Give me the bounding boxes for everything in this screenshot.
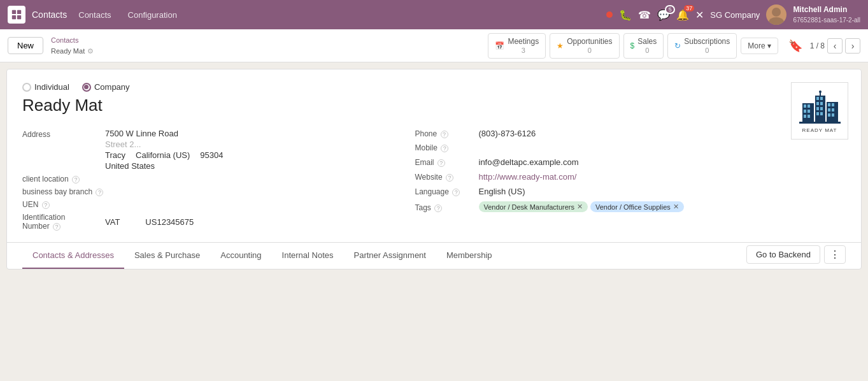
svg-rect-0 [12,10,16,14]
svg-rect-11 [804,115,806,118]
user-name: Mitchell Admin [793,4,860,15]
tag-vendor-desk[interactable]: Vendor / Desk Manufacturers ✕ [479,201,588,212]
subscriptions-label: Subscriptions [684,37,730,46]
svg-point-4 [772,8,781,17]
phone-icon[interactable]: ☎ [638,9,651,21]
svg-rect-1 [17,10,21,14]
dollar-icon: $ [630,41,635,50]
kebab-menu-button[interactable]: ⋮ [824,245,846,264]
more-btn[interactable]: More ▾ [741,38,778,54]
language-value: English (US) [479,187,525,196]
tab-accounting[interactable]: Accounting [210,243,271,269]
chat-badge: 5 [665,5,675,14]
address-city: Tracy [105,150,125,160]
business-bay-label: business bay branch ? [22,187,105,196]
chat-icon[interactable]: 💬 5 [657,9,670,21]
action-buttons: 📅 Meetings 3 ★ Opportunities 0 $ Sales 0… [488,33,778,59]
notification-icon[interactable]: 🔔 37 [676,9,689,21]
opportunities-btn[interactable]: ★ Opportunities 0 [550,33,619,59]
sales-count: 0 [645,47,649,54]
tab-membership[interactable]: Membership [436,243,502,269]
settings-gear-icon[interactable]: ⚙ [87,46,94,57]
tags-label: Tags ? [415,201,479,212]
email-help[interactable]: ? [438,159,445,167]
client-location-label: client location ? [22,175,105,183]
tab-contacts-addresses[interactable]: Contacts & Addresses [22,243,124,269]
svg-rect-25 [828,108,830,111]
sales-label: Sales [637,37,657,46]
svg-rect-16 [816,102,819,105]
right-column: Phone ? (803)-873-6126 Mobile ? Email ? … [402,129,783,234]
pager-prev[interactable]: ‹ [827,38,843,54]
bug-icon[interactable]: 🐛 [619,9,632,21]
address-street2[interactable]: Street 2... [105,140,223,149]
go-backend-button[interactable]: Go to Backend [746,245,820,264]
nav-app-name[interactable]: Contacts [32,10,67,20]
avatar[interactable] [766,4,786,25]
app-logo[interactable] [8,6,25,24]
settings-icon[interactable]: ✕ [695,9,704,21]
pager-info: 1 / 8 [810,41,825,50]
pager-next[interactable]: › [845,38,860,54]
user-code: 67652881-saas-17-2-all [793,17,860,24]
star-icon: ★ [557,41,564,50]
website-value[interactable]: http://www.ready-mat.com/ [479,172,577,182]
svg-rect-10 [808,110,810,113]
svg-rect-21 [820,112,823,115]
client-location-help[interactable]: ? [72,176,80,183]
tag-remove-1[interactable]: ✕ [673,203,679,211]
svg-rect-20 [816,112,819,115]
svg-rect-15 [820,97,823,100]
tags-container: Vendor / Desk Manufacturers ✕ Vendor / O… [479,201,684,212]
tags-help[interactable]: ? [434,205,442,212]
address-label: Address [22,129,105,139]
phone-label: Phone ? [415,129,479,138]
tag-remove-0[interactable]: ✕ [577,203,583,211]
business-bay-help[interactable]: ? [96,189,103,196]
individual-radio[interactable] [22,83,31,92]
company-logo[interactable]: READY MAT [791,82,848,140]
identification-help[interactable]: ? [53,223,60,231]
contact-form: READY MAT Individual Company Ready Mat A… [6,69,862,270]
nav-contacts[interactable]: Contacts [73,8,116,22]
secondary-bar: New Contacts Ready Mat ⚙ 📅 Meetings 3 ★ … [0,29,868,62]
language-help[interactable]: ? [452,189,460,196]
company-name-field[interactable]: Ready Mat [22,96,846,117]
phone-help[interactable]: ? [441,131,448,138]
svg-point-5 [769,17,784,25]
meetings-btn[interactable]: 📅 Meetings 3 [488,33,546,59]
svg-rect-2 [12,15,16,19]
address-state: California (US) [136,150,190,160]
tabs-bar: Contacts & Addresses Sales & Purchase Ac… [7,242,861,269]
sales-btn[interactable]: $ Sales 0 [623,33,664,59]
address-line1: 7500 W Linne Road [105,129,223,138]
company-radio[interactable] [82,83,91,92]
breadcrumb-parent[interactable]: Contacts [51,35,94,46]
individual-option[interactable]: Individual [22,82,69,92]
website-label: Website ? [415,173,479,182]
address-block: 7500 W Linne Road Street 2... Tracy Cali… [105,129,223,171]
address-zip: 95304 [200,150,223,160]
tab-sales-purchase[interactable]: Sales & Purchase [124,243,210,269]
meetings-count: 3 [522,47,525,54]
new-button[interactable]: New [8,37,43,54]
chevron-down-icon: ▾ [767,41,771,50]
nav-configuration[interactable]: Configuration [123,8,182,22]
opportunities-count: 0 [588,47,592,54]
website-help[interactable]: ? [446,174,453,182]
tag-vendor-office[interactable]: Vendor / Office Supplies ✕ [590,201,684,212]
tab-internal-notes[interactable]: Internal Notes [272,243,344,269]
id-value: US12345675 [145,217,194,227]
svg-rect-24 [832,103,834,106]
subscriptions-btn[interactable]: ↻ Subscriptions 0 [667,33,737,59]
uen-label: UEN ? [22,200,105,209]
mobile-help[interactable]: ? [441,145,448,152]
company-option[interactable]: Company [82,82,130,92]
uen-help[interactable]: ? [42,201,50,209]
bookmark-icon[interactable]: 🔖 [788,39,802,53]
logo-text: READY MAT [802,127,837,133]
svg-rect-8 [808,104,810,108]
tab-partner-assignment[interactable]: Partner Assignment [344,243,436,269]
top-navbar: Contacts Contacts Configuration 🐛 ☎ 💬 5 … [0,0,868,29]
svg-rect-19 [820,107,823,110]
